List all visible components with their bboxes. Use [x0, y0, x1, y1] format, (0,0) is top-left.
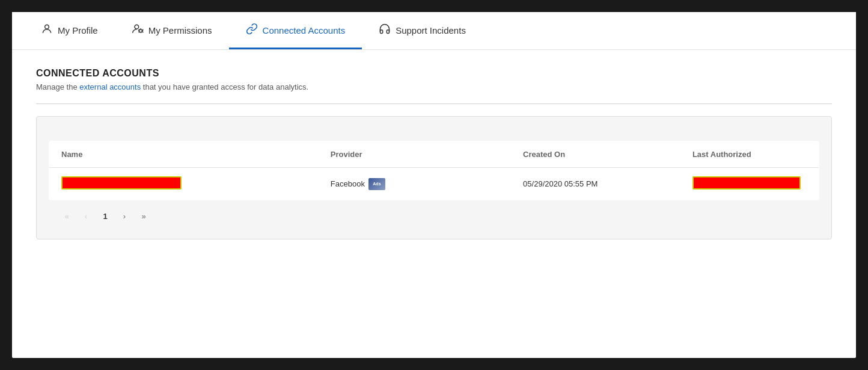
provider-label: Facebook — [331, 179, 365, 188]
support-icon — [379, 23, 391, 38]
svg-point-0 — [45, 25, 49, 29]
section-divider — [36, 103, 832, 104]
cell-created-on: 05/29/2020 05:55 PM — [511, 168, 680, 200]
col-header-provider: Provider — [319, 141, 511, 168]
pagination: « ‹ 1 › » — [49, 200, 819, 227]
section-subtitle: Manage the external accounts that you ha… — [36, 82, 832, 91]
page-1-button[interactable]: 1 — [97, 208, 114, 224]
table-header: Name Provider Created On Last Authorized — [49, 141, 819, 168]
section-title: CONNECTED ACCOUNTS — [36, 68, 832, 79]
tab-connected-accounts[interactable]: Connected Accounts — [229, 12, 362, 49]
prev-page-button[interactable]: ‹ — [78, 208, 94, 224]
profile-icon — [41, 23, 53, 38]
redacted-last-authorized-block — [692, 176, 801, 190]
facebook-ads-icon: Ads — [368, 178, 385, 190]
tab-my-profile-label: My Profile — [58, 25, 98, 35]
redacted-name-block — [61, 176, 182, 190]
last-page-button[interactable]: » — [135, 208, 152, 224]
table-row: Facebook Ads 05/29/2020 05:55 PM — [49, 168, 819, 200]
table-card: Name Provider Created On Last Authorized — [36, 116, 832, 239]
tab-support-incidents-label: Support Incidents — [396, 25, 466, 35]
next-page-button[interactable]: › — [116, 208, 133, 224]
connected-accounts-icon — [246, 23, 258, 38]
svg-point-1 — [135, 25, 139, 29]
tab-my-permissions[interactable]: My Permissions — [115, 12, 229, 49]
col-header-last-authorized: Last Authorized — [680, 141, 819, 168]
tab-support-incidents[interactable]: Support Incidents — [362, 12, 483, 49]
provider-cell: Facebook Ads — [331, 178, 499, 190]
svg-point-2 — [139, 29, 142, 32]
table-body: Facebook Ads 05/29/2020 05:55 PM — [49, 168, 819, 200]
accounts-table: Name Provider Created On Last Authorized — [49, 141, 819, 200]
tab-connected-accounts-label: Connected Accounts — [263, 25, 346, 35]
tab-my-permissions-label: My Permissions — [148, 25, 212, 35]
cell-provider: Facebook Ads — [319, 168, 511, 200]
col-header-name: Name — [49, 141, 319, 168]
tab-bar: My Profile My Permissions Connected Ac — [12, 12, 856, 50]
col-header-created: Created On — [511, 141, 680, 168]
cell-last-authorized — [680, 168, 819, 200]
cell-name — [49, 168, 319, 200]
permissions-icon — [132, 23, 144, 38]
tab-my-profile[interactable]: My Profile — [24, 12, 115, 49]
main-content: CONNECTED ACCOUNTS Manage the external a… — [12, 50, 856, 257]
first-page-button[interactable]: « — [58, 208, 75, 224]
